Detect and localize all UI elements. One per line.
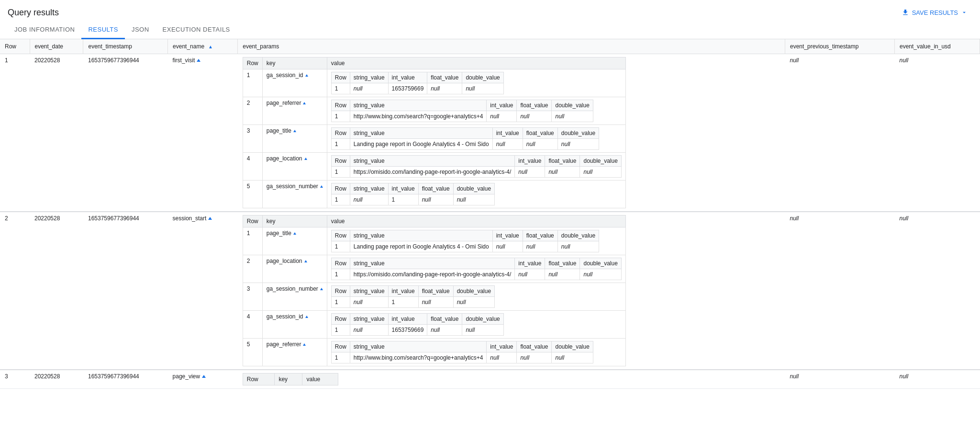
row-1-nested-table: Row key value 1 ga_sessio bbox=[243, 57, 626, 208]
row-2-event-params: Row key value 1 page_title bbox=[238, 212, 785, 370]
list-item: 2 page_location bbox=[243, 255, 625, 283]
row-2-event-previous-timestamp: null bbox=[785, 212, 894, 370]
table-row: 1 20220528 1653759677396944 first_visit … bbox=[0, 54, 980, 212]
nested-col-key: key bbox=[262, 57, 327, 69]
table-body: 1 20220528 1653759677396944 first_visit … bbox=[0, 54, 980, 389]
row-1-event-name: first_visit bbox=[168, 54, 238, 212]
param-expand-icon[interactable] bbox=[320, 185, 323, 188]
list-item: 1 Landing page report in Google Analytic… bbox=[331, 139, 599, 150]
param-key: ga_session_id bbox=[262, 69, 327, 97]
col-row: Row bbox=[0, 39, 30, 54]
list-item: 5 ga_session_number bbox=[243, 181, 625, 208]
row-2-event-timestamp: 1653759677396944 bbox=[83, 212, 168, 370]
row-1-event-params: Row key value 1 ga_sessio bbox=[238, 54, 785, 212]
list-item: 1 page_title bbox=[243, 227, 625, 255]
list-item: 1 https://omisido.com/landing-page-repor… bbox=[331, 269, 621, 280]
col-event-date: event_date bbox=[30, 39, 83, 54]
row-2-event-name: session_start bbox=[168, 212, 238, 370]
col-event-value-in-usd: event_value_in_usd bbox=[895, 39, 980, 54]
col-event-previous-timestamp: event_previous_timestamp bbox=[785, 39, 894, 54]
results-table: Row event_date event_timestamp event_nam… bbox=[0, 39, 980, 389]
list-item: 4 page_location bbox=[243, 153, 625, 181]
row-1-event-previous-timestamp: null bbox=[785, 54, 894, 212]
list-item: 1 null 1 null null bbox=[331, 297, 494, 308]
row-3-event-params: Row key value bbox=[238, 370, 785, 389]
tab-job-information[interactable]: JOB INFORMATION bbox=[8, 21, 81, 39]
table-header: Row event_date event_timestamp event_nam… bbox=[0, 39, 980, 54]
list-item: 1 http://www.bing.com/search?q=google+an… bbox=[331, 352, 593, 363]
row-1-expand-icon[interactable] bbox=[197, 59, 200, 62]
param-expand-icon[interactable] bbox=[304, 158, 307, 160]
col-event-name: event_name ▲ bbox=[168, 39, 238, 54]
param-expand-icon[interactable] bbox=[303, 102, 306, 104]
list-item: 1 null 1653759669 null null bbox=[331, 83, 503, 94]
row-2-expand-icon[interactable] bbox=[208, 217, 212, 220]
page-header: Query results SAVE RESULTS bbox=[0, 0, 980, 19]
row-2-event-date: 20220528 bbox=[30, 212, 83, 370]
list-item: 3 page_title bbox=[243, 125, 625, 153]
table-row: 3 20220528 1653759677396944 page_view Ro… bbox=[0, 370, 980, 389]
row-3-event-value-in-usd: null bbox=[895, 370, 980, 389]
nested-col-row: Row bbox=[243, 57, 262, 69]
dropdown-arrow-icon bbox=[961, 9, 968, 16]
results-table-container: Row event_date event_timestamp event_nam… bbox=[0, 39, 980, 389]
tab-execution-details[interactable]: EXECUTION DETAILS bbox=[156, 21, 237, 39]
page-title: Query results bbox=[8, 8, 59, 18]
list-item: 1 null 1653759669 null null bbox=[331, 325, 503, 336]
list-item: 5 page_referrer bbox=[243, 339, 625, 366]
row-3-expand-icon[interactable] bbox=[202, 375, 206, 378]
row-3-event-date: 20220528 bbox=[30, 370, 83, 389]
tab-json[interactable]: JSON bbox=[125, 21, 156, 39]
row-1-event-timestamp: 1653759677396944 bbox=[83, 54, 168, 212]
row-2-nested-table: Row key value 1 page_title bbox=[243, 215, 626, 366]
row-3-event-previous-timestamp: null bbox=[785, 370, 894, 389]
list-item: 4 ga_session_id bbox=[243, 311, 625, 339]
row-3-event-name: page_view bbox=[168, 370, 238, 389]
row-1-num: 1 bbox=[0, 54, 30, 212]
save-results-button[interactable]: SAVE RESULTS bbox=[897, 6, 972, 19]
param-value: Row string_value int_value float_value d… bbox=[327, 69, 625, 97]
row-2-num: 2 bbox=[0, 212, 30, 370]
list-item: 3 ga_session_number bbox=[243, 283, 625, 311]
nested-col-value: value bbox=[327, 57, 625, 69]
list-item: 1 ga_session_id bbox=[243, 69, 625, 97]
save-icon bbox=[902, 9, 909, 16]
row-3-event-timestamp: 1653759677396944 bbox=[83, 370, 168, 389]
list-item: 1 http://www.bing.com/search?q=google+an… bbox=[331, 111, 593, 122]
row-1-event-value-in-usd: null bbox=[895, 54, 980, 212]
list-item: 1 null 1 null null bbox=[331, 194, 494, 205]
row-3-num: 3 bbox=[0, 370, 30, 389]
event-name-expand-icon[interactable]: ▲ bbox=[208, 44, 213, 49]
list-item: 2 page_referrer bbox=[243, 97, 625, 125]
list-item: 1 Landing page report in Google Analytic… bbox=[331, 241, 599, 252]
tab-bar: JOB INFORMATION RESULTS JSON EXECUTION D… bbox=[0, 21, 980, 39]
row-2-event-value-in-usd: null bbox=[895, 212, 980, 370]
row-1-event-date: 20220528 bbox=[30, 54, 83, 212]
col-event-params: event_params bbox=[238, 39, 785, 54]
col-event-timestamp: event_timestamp bbox=[83, 39, 168, 54]
table-row: 2 20220528 1653759677396944 session_star… bbox=[0, 212, 980, 370]
tab-results[interactable]: RESULTS bbox=[81, 21, 125, 39]
param-expand-icon[interactable] bbox=[293, 130, 296, 132]
param-expand-icon[interactable] bbox=[305, 74, 308, 77]
list-item: 1 https://omisido.com/landing-page-repor… bbox=[331, 167, 621, 178]
param-row-num: 1 bbox=[243, 69, 262, 97]
